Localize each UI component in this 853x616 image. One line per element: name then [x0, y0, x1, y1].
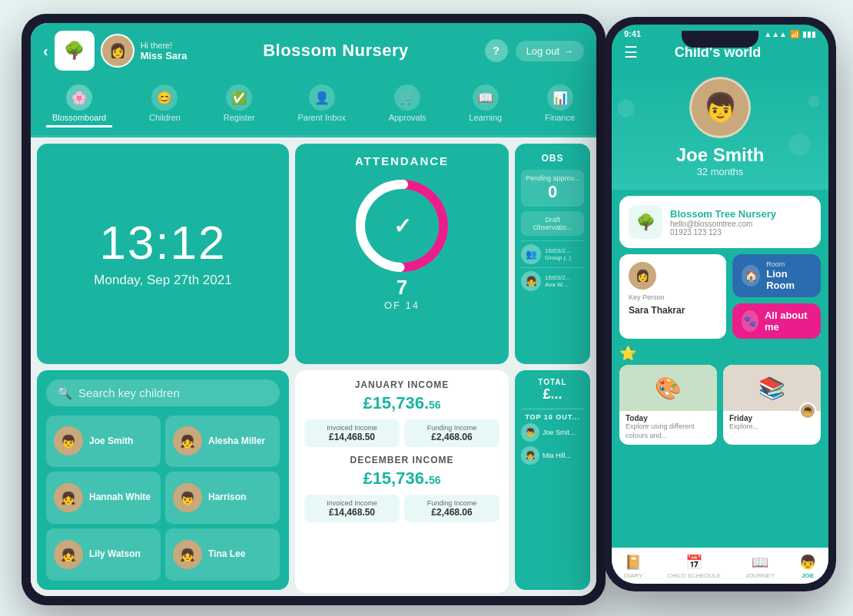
child-avatar-harrison: 👦: [173, 483, 202, 512]
logout-button[interactable]: Log out →: [516, 41, 584, 61]
child-name-hannah: Hannah White: [89, 492, 151, 504]
nav-item-learning[interactable]: 📖 Learning: [463, 83, 508, 128]
tablet-header: ‹ 🌳 👩 Hi there! Miss Sara Blossom Nurser…: [31, 23, 596, 78]
room-button[interactable]: 🏠 Room Lion Room: [732, 254, 821, 297]
wifi-icon: 📶: [790, 30, 799, 38]
signal-icon: ▲▲▲: [764, 30, 787, 38]
room-name: Lion Room: [766, 268, 812, 291]
hamburger-menu-button[interactable]: ☰: [624, 43, 638, 61]
approvals-icon: 🛒: [394, 84, 420, 111]
phone-nav-journey[interactable]: 📖 JOURNEY: [745, 554, 775, 579]
nav-item-children[interactable]: 😊 Children: [143, 83, 187, 128]
child-item-harrison[interactable]: 👦 Harrison: [165, 472, 280, 524]
search-icon: 🔍: [57, 386, 72, 400]
child-schedule-label: CHILD SCHEDULE: [667, 572, 721, 579]
total-panel: TOTAL £... TOP 10 OUT... 👦 Joe Smit... 👧…: [515, 370, 590, 591]
golden-title: ⭐ Golden Moments: [619, 345, 729, 362]
logo-emoji: 🌳: [64, 41, 85, 61]
phone-bottom-nav: 📔 DIARY 📅 CHILD SCHEDULE 📖 JOURNEY 👦 JOE: [612, 548, 828, 584]
child-name-alesha: Alesha Miller: [208, 436, 265, 448]
obs-item-2: 👧 16/03/2... Ava W...: [521, 267, 584, 294]
obs-text-2: 16/03/2... Ava W...: [545, 274, 570, 288]
obs-pending-count: 0: [526, 182, 579, 202]
phone-status-icons: ▲▲▲ 📶 ▮▮▮: [764, 30, 816, 38]
nav-item-parent-inbox[interactable]: 👤 Parent Inbox: [292, 83, 352, 128]
nursery-card[interactable]: 🌳 Blossom Tree Nursery hello@blossomtree…: [619, 196, 821, 248]
income-jan-panel: JANUARY INCOME £15,736.56 Invoiced Incom…: [295, 370, 509, 594]
donut-chart: ✓: [348, 172, 456, 280]
search-box[interactable]: 🔍 Search key children: [46, 379, 280, 406]
greeting-text: Hi there! Miss Sara: [141, 41, 188, 61]
greeting-name: Miss Sara: [141, 50, 188, 61]
nav-item-finance[interactable]: 📊 Finance: [539, 83, 581, 128]
child-item-alesha-miller[interactable]: 👧 Alesha Miller: [165, 416, 280, 468]
obs-item-1: 👥 16/03/2... Group (..): [521, 240, 584, 267]
greeting-box: 👩 Hi there! Miss Sara: [101, 34, 188, 68]
top10-title: TOP 10 OUT...: [521, 409, 584, 421]
income-dec-invoiced: Invoiced Income £14,468.50: [304, 495, 400, 522]
child-name-harrison: Harrison: [208, 492, 246, 504]
attendance-title: ATTENDANCE: [355, 154, 449, 167]
tablet-content: 13:12 Monday, Sep 27th 2021 ATTENDANCE ✓: [31, 137, 596, 596]
child-item-lily-watson[interactable]: 👧 Lily Watson: [46, 528, 161, 581]
donut-check: ✓: [393, 214, 411, 239]
obs-pending-label: Pending approv...: [526, 174, 579, 182]
nav-label-blossomboard: Blossomboard: [52, 113, 106, 122]
key-person-card[interactable]: 👩 Key Person Sara Thakrar: [619, 254, 726, 339]
key-person-label: Key Person: [629, 293, 717, 301]
nav-item-blossomboard[interactable]: 🌸 Blossomboard: [46, 83, 112, 128]
top10-name-1: Joe Smit...: [543, 429, 576, 436]
income-jan-funding: Funding Income £2,468.06: [404, 419, 500, 447]
income-dec-funding: Funding Income £2,468.06: [404, 495, 500, 522]
moment-card-friday[interactable]: 📚 👦 Friday Explore...: [723, 365, 821, 445]
child-name-joe: Joe Smith: [89, 436, 133, 448]
nursery-logo: 🌳: [629, 205, 662, 239]
nursery-info: Blossom Tree Nursery hello@blossomtree.c…: [670, 208, 776, 237]
top10-item-2: 👧 Mia Hill...: [521, 444, 584, 467]
register-icon: ✅: [226, 84, 252, 111]
top10-avatar-1: 👦: [521, 423, 539, 442]
golden-label: Golden Moments: [641, 347, 729, 359]
attendance-of: OF 14: [384, 300, 420, 311]
blossomboard-icon: 🌸: [66, 84, 92, 111]
phone-nav-diary[interactable]: 📔 DIARY: [624, 554, 642, 579]
tablet-app-title: Blossom Nursery: [263, 41, 409, 61]
back-button[interactable]: ‹: [43, 42, 48, 60]
moment-card-today[interactable]: 🎨 Today Explore using different colours …: [619, 365, 717, 445]
nav-item-approvals[interactable]: 🛒 Approvals: [383, 83, 433, 128]
room-label: Room: [766, 260, 812, 268]
phone: 9:41 ▲▲▲ 📶 ▮▮▮ ☰ Child's world 👦 Joe Smi…: [604, 17, 836, 591]
obs-avatar-2: 👧: [521, 271, 541, 291]
about-me-button[interactable]: 🐾 All about me: [732, 303, 821, 339]
diary-label: DIARY: [624, 572, 642, 579]
search-input[interactable]: Search key children: [78, 386, 180, 399]
about-icon: 🐾: [742, 310, 758, 332]
moments-row: 🎨 Today Explore using different colours …: [619, 365, 821, 445]
top10-item-1: 👦 Joe Smit...: [521, 421, 584, 444]
phone-nav-child-schedule[interactable]: 📅 CHILD SCHEDULE: [667, 554, 721, 579]
child-profile-avatar[interactable]: 👦: [689, 77, 751, 138]
battery-icon: ▮▮▮: [802, 30, 816, 38]
nav-label-register: Register: [224, 113, 255, 122]
clock-date: Monday, Sep 27th 2021: [94, 273, 231, 288]
learning-icon: 📖: [473, 84, 499, 111]
obs-text-1: 16/03/2... Group (..): [545, 247, 571, 261]
child-item-tina-lee[interactable]: 👧 Tina Lee: [165, 528, 280, 581]
nav-item-register[interactable]: ✅ Register: [217, 83, 261, 128]
total-title: TOTAL: [521, 378, 584, 386]
child-item-hannah-white[interactable]: 👧 Hannah White: [46, 472, 161, 524]
phone-nav-joe[interactable]: 👦 JOE: [799, 554, 816, 579]
nav-label-learning: Learning: [469, 113, 502, 122]
obs-title: OBS: [521, 153, 584, 164]
see-all-link[interactable]: See all: [792, 348, 821, 359]
nav-label-parent-inbox: Parent Inbox: [298, 113, 346, 122]
help-button[interactable]: ?: [485, 39, 508, 62]
golden-moments-header: ⭐ Golden Moments See all: [619, 345, 821, 362]
child-name-lily: Lily Watson: [89, 548, 141, 561]
child-profile-age: 32 months: [697, 166, 744, 177]
joe-icon: 👦: [799, 554, 816, 571]
journey-icon: 📖: [752, 554, 768, 571]
child-item-joe-smith[interactable]: 👦 Joe Smith: [46, 416, 161, 468]
tablet-header-left: ‹ 🌳 👩 Hi there! Miss Sara: [43, 31, 187, 71]
income-jan-split: Invoiced Income £14,468.50 Funding Incom…: [304, 419, 500, 447]
